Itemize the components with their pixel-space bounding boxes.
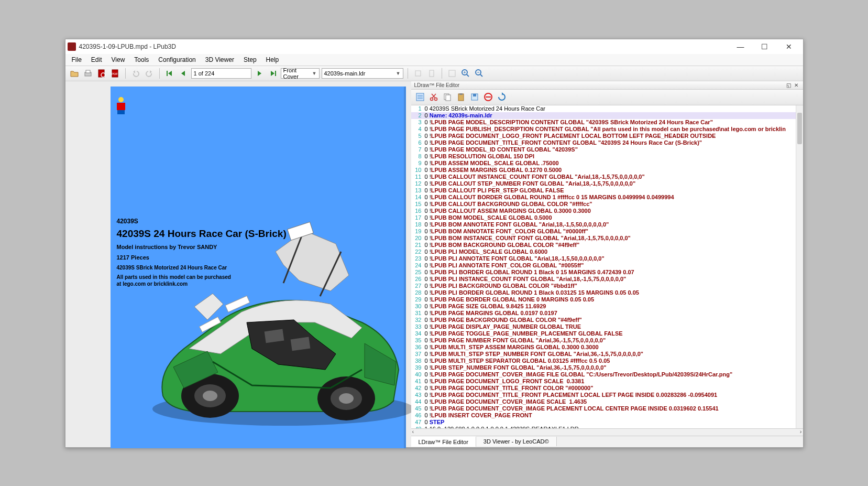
- zoom-out-icon[interactable]: [474, 68, 485, 79]
- code-line[interactable]: 390 !LPUB STEP_NUMBER FONT GLOBAL "Arial…: [411, 364, 803, 371]
- code-line[interactable]: 160 !LPUB CALLOUT ASSEM MARGINS GLOBAL 0…: [411, 208, 803, 214]
- code-line[interactable]: 410 !LPUB PAGE DOCUMENT_LOGO_FRONT SCALE…: [411, 378, 803, 385]
- code-line[interactable]: 180 !LPUB BOM ANNOTATE FONT GLOBAL "Aria…: [411, 221, 803, 228]
- code-line[interactable]: 110 !LPUB CALLOUT INSTANCE_COUNT FONT GL…: [411, 174, 803, 180]
- pdf-icon[interactable]: PDF: [109, 68, 121, 79]
- select-all-icon[interactable]: [414, 91, 426, 103]
- svg-rect-8: [415, 71, 421, 76]
- code-line[interactable]: 10 42039S SBrick Motorized 24 Hours Race…: [411, 105, 803, 112]
- vertical-scrollbar[interactable]: [796, 105, 803, 428]
- tab-3d-viewer[interactable]: 3D Viewer - by LeoCAD©: [476, 437, 557, 446]
- code-line[interactable]: 250 !LPUB PLI BORDER GLOBAL ROUND 1 Blac…: [411, 269, 803, 276]
- submodel-combo[interactable]: 42039s-main.ldr▼: [322, 68, 403, 79]
- cut-icon[interactable]: [428, 91, 440, 103]
- code-line[interactable]: 400 !LPUB PAGE DOCUMENT_COVER_IMAGE FILE…: [411, 371, 803, 378]
- window-title: 42039S-1-09-LPUB.mpd - LPub3D: [79, 43, 176, 50]
- code-line[interactable]: 440 !LPUB PAGE DOCUMENT_COVER_IMAGE SCAL…: [411, 398, 803, 405]
- code-line[interactable]: 210 !LPUB BOM BACKGROUND GLOBAL COLOR "#…: [411, 242, 803, 249]
- code-line[interactable]: 20 Name: 42039s-main.ldr: [411, 112, 803, 119]
- code-line[interactable]: 330 !LPUB PAGE DISPLAY_PAGE_NUMBER GLOBA…: [411, 323, 803, 330]
- code-line[interactable]: 100 !LPUB ASSEM MARGINS GLOBAL 0.1270 0.…: [411, 167, 803, 174]
- code-line[interactable]: 90 !LPUB ASSEM MODEL_SCALE GLOBAL .75000: [411, 160, 803, 167]
- undock-icon[interactable]: ◱: [785, 82, 793, 88]
- redo-icon[interactable]: [144, 68, 155, 79]
- paste-icon[interactable]: [455, 91, 467, 103]
- code-line[interactable]: 320 !LPUB PAGE BACKGROUND GLOBAL COLOR "…: [411, 317, 803, 323]
- code-line[interactable]: 120 !LPUB CALLOUT STEP_NUMBER FONT GLOBA…: [411, 180, 803, 187]
- panel-close-icon[interactable]: ✕: [793, 82, 800, 88]
- code-editor[interactable]: 10 42039S SBrick Motorized 24 Hours Race…: [411, 105, 803, 428]
- code-line[interactable]: 190 !LPUB BOM ANNOTATE FONT_COLOR GLOBAL…: [411, 228, 803, 235]
- code-line[interactable]: 380 !LPUB MULTI_STEP SEPARATOR GLOBAL 0.…: [411, 358, 803, 364]
- code-line[interactable]: 470 STEP: [411, 419, 803, 426]
- code-line[interactable]: 420 !LPUB PAGE DOCUMENT_TITLE_FRONT COLO…: [411, 385, 803, 392]
- code-line[interactable]: 300 !LPUB PAGE SIZE GLOBAL 9.8425 11.692…: [411, 303, 803, 310]
- code-line[interactable]: 70 !LPUB PAGE MODEL_ID CONTENT GLOBAL "4…: [411, 146, 803, 153]
- code-line[interactable]: 360 !LPUB MULTI_STEP ASSEM MARGINS GLOBA…: [411, 344, 803, 351]
- code-line[interactable]: 450 !LPUB PAGE DOCUMENT_COVER_IMAGE PLAC…: [411, 405, 803, 412]
- delete-icon[interactable]: [482, 91, 494, 103]
- code-line[interactable]: 230 !LPUB PLI ANNOTATE FONT GLOBAL "Aria…: [411, 255, 803, 262]
- editor-title: LDraw™ File Editor: [414, 82, 460, 88]
- code-line[interactable]: 80 !LPUB RESOLUTION GLOBAL 150 DPI: [411, 153, 803, 160]
- code-line[interactable]: 50 !LPUB PAGE DOCUMENT_LOGO_FRONT PLACEM…: [411, 133, 803, 139]
- code-line[interactable]: 280 !LPUB PLI BORDER GLOBAL ROUND 1 Blac…: [411, 289, 803, 296]
- page-type-combo[interactable]: Front Cover▼: [281, 68, 320, 79]
- copy-icon[interactable]: [442, 91, 453, 103]
- save-icon[interactable]: [469, 91, 480, 103]
- editor-header: LDraw™ File Editor ◱ ✕: [411, 81, 803, 90]
- code-line[interactable]: 350 !LPUB PAGE NUMBER FONT GLOBAL "Arial…: [411, 337, 803, 344]
- svg-line-39: [432, 94, 435, 98]
- menu-file[interactable]: File: [68, 55, 86, 64]
- actual-size-icon[interactable]: [446, 68, 458, 79]
- undo-icon[interactable]: [130, 68, 141, 79]
- code-line[interactable]: 130 !LPUB CALLOUT PLI PER_STEP GLOBAL FA…: [411, 187, 803, 194]
- code-line[interactable]: 140 !LPUB CALLOUT BORDER GLOBAL ROUND 1 …: [411, 194, 803, 201]
- pdf-preview-icon[interactable]: [96, 68, 107, 79]
- code-line[interactable]: 460 !LPUB INSERT COVER_PAGE FRONT: [411, 412, 803, 419]
- first-page-icon[interactable]: [164, 68, 175, 79]
- menu-edit[interactable]: Edit: [87, 55, 106, 64]
- titlebar: 42039S-1-09-LPUB.mpd - LPub3D — ☐ ✕: [65, 39, 803, 54]
- close-button[interactable]: ✕: [777, 39, 801, 54]
- minimize-button[interactable]: —: [729, 39, 753, 54]
- code-line[interactable]: 60 !LPUB PAGE DOCUMENT_TITLE_FRONT CONTE…: [411, 139, 803, 146]
- code-line[interactable]: 370 !LPUB MULTI_STEP STEP_NUMBER FONT GL…: [411, 351, 803, 358]
- menu-help[interactable]: Help: [262, 55, 283, 64]
- code-line[interactable]: 170 !LPUB BOM MODEL_SCALE GLOBAL 0.5000: [411, 214, 803, 221]
- svg-point-24: [203, 391, 217, 401]
- maximize-button[interactable]: ☐: [753, 39, 777, 54]
- refresh-icon[interactable]: [496, 91, 508, 103]
- open-icon[interactable]: [69, 68, 80, 79]
- menu-view[interactable]: View: [107, 55, 129, 64]
- code-line[interactable]: 290 !LPUB PAGE BORDER GLOBAL NONE 0 MARG…: [411, 296, 803, 303]
- fit-page-icon[interactable]: [426, 68, 437, 79]
- menu-3dviewer[interactable]: 3D Viewer: [201, 55, 238, 64]
- code-line[interactable]: 240 !LPUB PLI ANNOTATE FONT_COLOR GLOBAL…: [411, 262, 803, 269]
- cover-page: 42039S 42039S 24 Hours Race Car (S-Brick…: [111, 87, 406, 448]
- code-line[interactable]: 150 !LPUB CALLOUT BACKGROUND GLOBAL COLO…: [411, 201, 803, 208]
- prev-page-icon[interactable]: [178, 68, 189, 79]
- menu-configuration[interactable]: Configuration: [154, 55, 200, 64]
- editor-pane: LDraw™ File Editor ◱ ✕ 10 42039S SBrick …: [411, 81, 803, 447]
- svg-rect-9: [430, 70, 434, 77]
- print-icon[interactable]: [82, 68, 94, 79]
- code-line[interactable]: 40 !LPUB PAGE PUBLISH_DESCRIPTION CONTEN…: [411, 126, 803, 133]
- next-page-icon[interactable]: [254, 68, 265, 79]
- code-line[interactable]: 310 !LPUB PAGE MARGINS GLOBAL 0.0197 0.0…: [411, 310, 803, 317]
- code-line[interactable]: 200 !LPUB BOM INSTANCE_COUNT FONT GLOBAL…: [411, 235, 803, 242]
- menu-step[interactable]: Step: [239, 55, 261, 64]
- menu-tools[interactable]: Tools: [130, 55, 153, 64]
- page-number-input[interactable]: [191, 68, 251, 79]
- code-line[interactable]: 30 !LPUB PAGE MODEL_DESCRIPTION CONTENT …: [411, 119, 803, 126]
- fit-width-icon[interactable]: [412, 68, 424, 79]
- preview-pane[interactable]: 42039S 42039S 24 Hours Race Car (S-Brick…: [65, 81, 411, 447]
- horizontal-scrollbar[interactable]: [411, 428, 803, 436]
- code-line[interactable]: 270 !LPUB PLI BACKGROUND GLOBAL COLOR "#…: [411, 283, 803, 289]
- code-line[interactable]: 430 !LPUB PAGE DOCUMENT_TITLE_FRONT PLAC…: [411, 392, 803, 398]
- zoom-in-icon[interactable]: [460, 68, 471, 79]
- last-page-icon[interactable]: [267, 68, 279, 79]
- code-line[interactable]: 260 !LPUB PLI INSTANCE_COUNT FONT GLOBAL…: [411, 276, 803, 283]
- code-line[interactable]: 340 !LPUB PAGE TOGGLE_PAGE_NUMBER_PLACEM…: [411, 330, 803, 337]
- code-line[interactable]: 220 !LPUB PLI MODEL_SCALE GLOBAL 0.6000: [411, 249, 803, 255]
